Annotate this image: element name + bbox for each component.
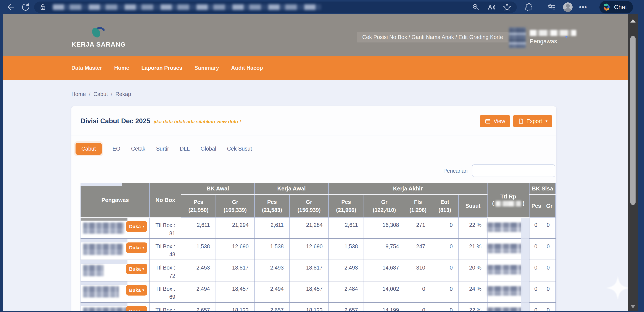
lock-icon xyxy=(39,3,47,12)
kerja-akhir-gr-cell: 16,308 xyxy=(364,217,405,239)
user-role: Pengawas xyxy=(530,38,576,45)
bk-sisa-gr-cell: 0 xyxy=(543,217,556,239)
user-chip[interactable]: Pengawas ▾ xyxy=(509,27,576,48)
caret-down-icon: ▾ xyxy=(142,288,144,293)
user-avatar-redacted xyxy=(509,27,526,48)
nav-item-summary[interactable]: Summary xyxy=(194,65,219,71)
ttl-box-cell: Ttl Box :72 xyxy=(150,260,181,281)
breadcrumb-item-cabut[interactable]: Cabut xyxy=(94,91,108,97)
scrollbar-thumb[interactable] xyxy=(630,36,636,205)
scroll-up-arrow-icon[interactable] xyxy=(630,19,636,23)
brand-logo-icon xyxy=(90,25,105,40)
favorites-list-icon xyxy=(547,3,556,12)
quick-links-button[interactable]: Cek Posisi No Box / Ganti Nama Anak / Ed… xyxy=(356,32,508,43)
pengawas-name-redacted xyxy=(83,286,119,297)
kerja-akhir-pcs-cell: 2,611 xyxy=(328,217,364,239)
col-header-eot: Eot(813) xyxy=(431,194,458,217)
view-button[interactable]: View xyxy=(480,115,510,127)
refresh-button[interactable] xyxy=(20,2,30,12)
group-header-kerja-akhir: Kerja Akhir xyxy=(328,183,487,194)
tab-global[interactable]: Global xyxy=(200,145,216,152)
breadcrumb-item-home[interactable]: Home xyxy=(72,91,86,97)
ttl-box-cell: Ttl Box :48 xyxy=(150,239,181,260)
col-header-no-box: No Box xyxy=(150,183,181,217)
bk-awal-gr-cell: 12,690 xyxy=(216,239,254,260)
user-menu-caret-icon: ▾ xyxy=(565,34,568,40)
buka-dropdown-button[interactable]: Buka▾ xyxy=(126,285,147,295)
susut-cell: 24 % xyxy=(458,281,487,302)
favorite-button[interactable] xyxy=(502,2,512,12)
bk-awal-pcs-cell: 2,453 xyxy=(181,260,216,281)
kerja-akhir-pcs-cell: 2,493 xyxy=(328,260,364,281)
caret-down-icon: ▾ xyxy=(142,245,144,250)
breadcrumb-separator: / xyxy=(89,91,90,97)
bk-awal-gr-cell: 18,817 xyxy=(216,260,254,281)
ttl-rp-redacted xyxy=(488,244,522,253)
nav-item-home[interactable]: Home xyxy=(114,65,129,71)
zoom-out-button[interactable] xyxy=(471,2,481,12)
kerja-akhir-gr-cell: 14,002 xyxy=(364,281,405,302)
page-scrollbar[interactable] xyxy=(628,14,638,311)
table-row: Duka▾ Ttl Box :81 2,611 21,294 2,611 21,… xyxy=(81,217,556,239)
breadcrumb-item-rekap[interactable]: Rekap xyxy=(115,91,131,97)
scroll-down-arrow-icon[interactable] xyxy=(630,305,636,308)
tab-cek-susut[interactable]: Cek Susut xyxy=(227,145,252,152)
col-header-bk-awal-pcs: Pcs(21,950) xyxy=(181,194,216,217)
table-container: Pengawas No Box BK Awal Kerja Awal Kerja… xyxy=(80,183,555,311)
nav-item-audit-hacop[interactable]: Audit Hacop xyxy=(231,65,263,71)
col-header-bk-sisa-gr: Gr xyxy=(543,194,556,217)
file-icon xyxy=(518,118,524,124)
copilot-chat-button[interactable]: Chat xyxy=(600,1,633,14)
export-button[interactable]: Export ▾ xyxy=(513,115,552,127)
fls-cell: 0 xyxy=(405,281,431,302)
kerja-akhir-gr-cell: 9,754 xyxy=(364,239,405,260)
horizontal-scroll-thumb[interactable] xyxy=(81,218,128,221)
buka-dropdown-button[interactable]: Duka▾ xyxy=(126,242,147,253)
tab-cetak[interactable]: Cetak xyxy=(131,145,145,152)
ttl-rp-header-redacted xyxy=(496,201,521,207)
bk-awal-pcs-cell: 1,538 xyxy=(181,239,216,260)
kerja-akhir-gr-cell: 14,687 xyxy=(364,260,405,281)
read-aloud-icon xyxy=(487,3,496,12)
tab-eo[interactable]: EO xyxy=(112,145,120,152)
kerja-awal-pcs-cell: 2,611 xyxy=(254,217,290,239)
card-header: Divisi Cabut Dec 2025 jika data tidak ad… xyxy=(72,106,556,127)
browser-window: ••• Chat KERJA SARANG Cek P xyxy=(0,0,644,312)
kerja-akhir-pcs-cell: 1,538 xyxy=(328,239,364,260)
buka-dropdown-button[interactable]: Duka▾ xyxy=(126,221,147,232)
col-header-ttl-rp: Ttl Rp ( ) xyxy=(487,183,529,217)
col-header-fls: Fls(1,296) xyxy=(405,194,431,217)
content-card: Divisi Cabut Dec 2025 jika data tidak ad… xyxy=(72,106,556,311)
buka-dropdown-button[interactable]: Buka▾ xyxy=(126,264,147,274)
back-button[interactable] xyxy=(6,2,16,12)
ttl-rp-redacted xyxy=(488,307,522,311)
tab-surtir[interactable]: Surtir xyxy=(156,145,169,152)
buka-dropdown-button[interactable]: Busa▾ xyxy=(126,306,147,311)
bk-sisa-pcs-cell: 0 xyxy=(529,302,543,311)
favorites-bar-button[interactable] xyxy=(546,2,556,12)
breadcrumb-separator: / xyxy=(111,91,112,97)
kerja-awal-pcs-cell: 2,493 xyxy=(254,260,290,281)
tab-dll[interactable]: DLL xyxy=(180,145,190,152)
more-menu-button[interactable]: ••• xyxy=(579,4,587,11)
kerja-awal-gr-cell: 18,817 xyxy=(290,260,328,281)
group-header-kerja-awal: Kerja Awal xyxy=(254,183,328,194)
row-highlight-band xyxy=(80,183,122,186)
refresh-icon xyxy=(20,3,30,12)
eot-cell: 0 xyxy=(431,281,458,302)
row-highlight-band xyxy=(81,260,128,264)
brand: KERJA SARANG xyxy=(72,25,126,48)
col-header-kerja-akhir-gr: Gr(122,410) xyxy=(364,194,405,217)
address-bar[interactable] xyxy=(34,2,517,13)
profile-avatar[interactable] xyxy=(563,3,572,12)
page-title: Divisi Cabut Dec 2025 xyxy=(80,117,150,125)
nav-item-data-master[interactable]: Data Master xyxy=(72,65,102,71)
search-input[interactable] xyxy=(472,165,555,177)
read-aloud-button[interactable] xyxy=(486,2,496,12)
extensions-button[interactable] xyxy=(523,2,533,12)
tab-cabut[interactable]: Cabut xyxy=(76,143,102,155)
kerja-akhir-gr-cell: 14,199 xyxy=(364,302,405,311)
eot-cell: 0 xyxy=(431,239,458,260)
kerja-awal-gr-cell: 18,457 xyxy=(290,281,328,302)
nav-item-laporan-proses[interactable]: Laporan Proses xyxy=(141,65,182,71)
